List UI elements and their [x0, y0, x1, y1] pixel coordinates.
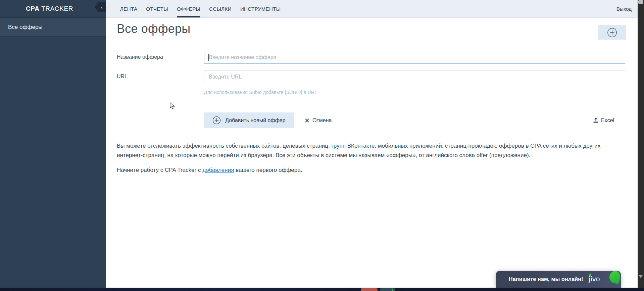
excel-label: Excel — [601, 117, 614, 124]
sidebar-item-label: Все офферы — [8, 24, 43, 31]
logo-bold: CPA — [26, 5, 40, 12]
paragraph2-after: вашего первого оффера. — [234, 167, 302, 173]
text-caret — [208, 54, 209, 61]
taskbar-teal-item — [380, 288, 395, 291]
chat-message: Напишите нам, мы онлайн! — [509, 276, 583, 282]
tab-instrumenty[interactable]: ИНСТРУМЕНТЫ — [236, 0, 285, 17]
url-label: URL — [117, 74, 128, 80]
nav-tabs: ЛЕНТА ОТЧЕТЫ ОФФЕРЫ ССЫЛКИ ИНСТРУМЕНТЫ — [116, 0, 285, 17]
page-title: Все офферы — [117, 22, 190, 36]
tab-lenta[interactable]: ЛЕНТА — [116, 0, 142, 17]
getting-started-paragraph: Начните работу с CPA Tracker с добавлени… — [117, 165, 613, 175]
paragraph2-before: Начните работу с CPA Tracker с — [117, 167, 202, 173]
add-offer-icon-button[interactable] — [598, 25, 626, 40]
logo-area: CPA TRACKER ‹ — [0, 0, 106, 17]
tab-ssylki[interactable]: ССЫЛКИ — [205, 0, 236, 17]
circle-plus-icon — [607, 28, 617, 38]
x-icon — [305, 118, 309, 123]
scroll-down-arrow-icon[interactable] — [639, 275, 643, 278]
sidebar-item-all-offers[interactable]: Все офферы — [0, 17, 106, 37]
taskbar-red-item — [361, 288, 378, 291]
logout-link[interactable]: Выход — [616, 0, 632, 17]
add-new-offer-button[interactable]: Добавить новый оффер — [204, 112, 294, 128]
app-logo: CPA TRACKER — [26, 5, 73, 12]
jivo-chat-widget[interactable]: Напишите нам, мы онлайн! jivo — [496, 271, 621, 288]
add-new-offer-label: Добавить новый оффер — [225, 117, 285, 124]
logo-rest: TRACKER — [39, 5, 73, 12]
taskbar-strip — [0, 288, 644, 291]
scrollbar-thumb[interactable] — [638, 0, 643, 4]
app-window: CPA TRACKER ‹ Все офферы ЛЕНТА ОТЧЕТЫ ОФ… — [0, 0, 644, 291]
offer-name-label: Название оффера — [117, 54, 163, 60]
description-paragraph: Вы можете отслеживать эффективность собс… — [117, 141, 613, 160]
excel-export-button[interactable]: Excel — [593, 112, 614, 128]
top-navigation: ЛЕНТА ОТЧЕТЫ ОФФЕРЫ ССЫЛКИ ИНСТРУМЕНТЫ В… — [106, 0, 638, 18]
jivo-leaf-icon — [609, 270, 621, 284]
upload-icon — [593, 117, 599, 123]
cancel-label: Отмена — [312, 117, 332, 124]
subid-hint: Для использования SubId добавьте [SUBID]… — [204, 90, 317, 95]
offer-name-input[interactable] — [204, 51, 625, 64]
vertical-scrollbar[interactable] — [638, 0, 644, 291]
tab-offery[interactable]: ОФФЕРЫ — [172, 0, 205, 17]
circle-plus-icon — [212, 116, 221, 125]
chevron-left-icon: ‹ — [101, 5, 103, 10]
url-input[interactable] — [204, 70, 625, 83]
cancel-button[interactable]: Отмена — [305, 112, 332, 128]
add-offer-link[interactable]: добавления — [202, 167, 234, 173]
main-content: Все офферы Название оффера URL Для испол… — [106, 18, 638, 288]
jivo-logo: jivo — [589, 275, 600, 283]
sidebar-collapse-button[interactable]: ‹ — [95, 2, 106, 12]
sidebar: CPA TRACKER ‹ Все офферы — [0, 0, 106, 288]
tab-otchety[interactable]: ОТЧЕТЫ — [142, 0, 172, 17]
